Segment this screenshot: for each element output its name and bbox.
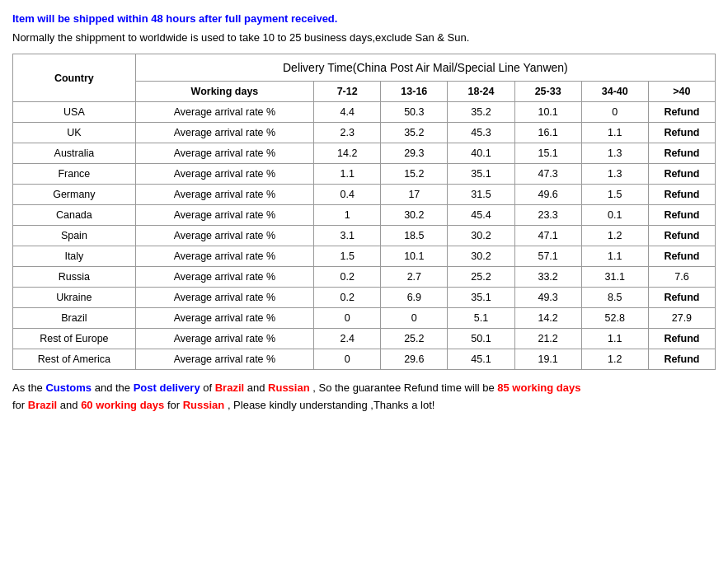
cell-country: Russia [13,267,136,288]
cell-value: 15.2 [381,164,448,185]
cell-label: Average arrival rate % [135,102,313,123]
cell-value: 45.1 [448,349,514,370]
cell-label: Average arrival rate % [135,267,313,288]
footer-pre: As the [12,381,45,394]
table-row: CanadaAverage arrival rate %130.245.423.… [13,205,716,226]
footer-note: As the Customs and the Post delivery of … [12,380,716,414]
cell-label: Average arrival rate % [135,185,313,205]
cell-value: 23.3 [514,205,581,226]
cell-value: 21.2 [514,329,581,349]
cell-value: 16.1 [514,123,581,143]
cell-value: 0.2 [314,288,381,308]
cell-value: 31.5 [448,185,514,205]
cell-value: Refund [648,288,715,308]
cell-value: 25.2 [381,329,448,349]
cell-value: 31.1 [581,267,648,288]
cell-value: 1.3 [581,164,648,185]
cell-value: Refund [648,185,715,205]
footer-brazil2: Brazil [28,399,57,411]
table-row: AustraliaAverage arrival rate %14.229.34… [13,143,716,164]
cell-value: 7.6 [648,267,715,288]
cell-country: Australia [13,143,136,164]
col-header-712: 7-12 [314,82,381,102]
cell-label: Average arrival rate % [135,246,313,267]
cell-value: 6.9 [381,288,448,308]
cell-country: UK [13,123,136,143]
cell-value: 1.2 [581,349,648,370]
table-row: FranceAverage arrival rate %1.115.235.14… [13,164,716,185]
cell-value: 35.1 [448,164,514,185]
cell-value: 18.5 [381,226,448,246]
cell-value: 49.3 [514,288,581,308]
footer-mid2: of [200,381,215,394]
table-row: RussiaAverage arrival rate %0.22.725.233… [13,267,716,288]
cell-value: 10.1 [381,246,448,267]
cell-value: 0 [314,349,381,370]
cell-value: 1.5 [314,246,381,267]
cell-value: 49.6 [514,185,581,205]
table-row: BrazilAverage arrival rate %005.114.252.… [13,308,716,329]
cell-label: Average arrival rate % [135,349,313,370]
cell-country: Spain [13,226,136,246]
cell-value: 10.1 [514,102,581,123]
cell-value: Refund [648,102,715,123]
cell-value: 29.3 [381,143,448,164]
footer-russian2: Russian [183,399,225,411]
cell-value: 29.6 [381,349,448,370]
table-row: UKAverage arrival rate %2.335.245.316.11… [13,123,716,143]
footer-mid4: , So the guarantee Refund time will be [310,381,498,394]
cell-value: 47.3 [514,164,581,185]
cell-value: 47.1 [514,226,581,246]
cell-country: France [13,164,136,185]
footer-russian1: Russian [268,381,310,394]
cell-country: Rest of America [13,349,136,370]
cell-value: 2.4 [314,329,381,349]
table-row: UkraineAverage arrival rate %0.26.935.14… [13,288,716,308]
table-row: GermanyAverage arrival rate %0.41731.549… [13,185,716,205]
delivery-table: Country Delivery Time(China Post Air Mai… [12,54,716,370]
cell-country: Canada [13,205,136,226]
table-row: SpainAverage arrival rate %3.118.530.247… [13,226,716,246]
cell-value: 50.3 [381,102,448,123]
cell-value: 14.2 [314,143,381,164]
cell-label: Average arrival rate % [135,226,313,246]
cell-value: 33.2 [514,267,581,288]
footer-mid1: and the [92,381,134,394]
cell-value: Refund [648,205,715,226]
col-header-working: Working days [135,82,313,102]
cell-value: 40.1 [448,143,514,164]
cell-value: 0.2 [314,267,381,288]
cell-value: 1 [314,205,381,226]
table-row: ItalyAverage arrival rate %1.510.130.257… [13,246,716,267]
cell-value: Refund [648,164,715,185]
cell-value: 57.1 [514,246,581,267]
cell-value: Refund [648,246,715,267]
cell-value: 0.4 [314,185,381,205]
col-header-gt40: >40 [648,82,715,102]
cell-value: 1.1 [581,246,648,267]
cell-label: Average arrival rate % [135,288,313,308]
cell-value: 30.2 [381,205,448,226]
cell-value: 25.2 [448,267,514,288]
cell-value: 35.1 [448,288,514,308]
cell-value: 35.2 [448,102,514,123]
cell-value: 50.1 [448,329,514,349]
cell-value: 1.5 [581,185,648,205]
cell-value: 19.1 [514,349,581,370]
footer-brazil1: Brazil [215,381,244,394]
cell-value: 2.3 [314,123,381,143]
cell-label: Average arrival rate % [135,123,313,143]
cell-value: 1.1 [314,164,381,185]
cell-value: 4.4 [314,102,381,123]
cell-value: Refund [648,329,715,349]
cell-country: Ukraine [13,288,136,308]
cell-value: 0 [581,102,648,123]
cell-value: 1.1 [581,329,648,349]
cell-value: Refund [648,226,715,246]
cell-value: 15.1 [514,143,581,164]
footer-days60: 60 working days [81,399,164,411]
col-header-3440: 34-40 [581,82,648,102]
cell-label: Average arrival rate % [135,143,313,164]
cell-value: 5.1 [448,308,514,329]
footer-line2-mid: and [57,399,81,411]
